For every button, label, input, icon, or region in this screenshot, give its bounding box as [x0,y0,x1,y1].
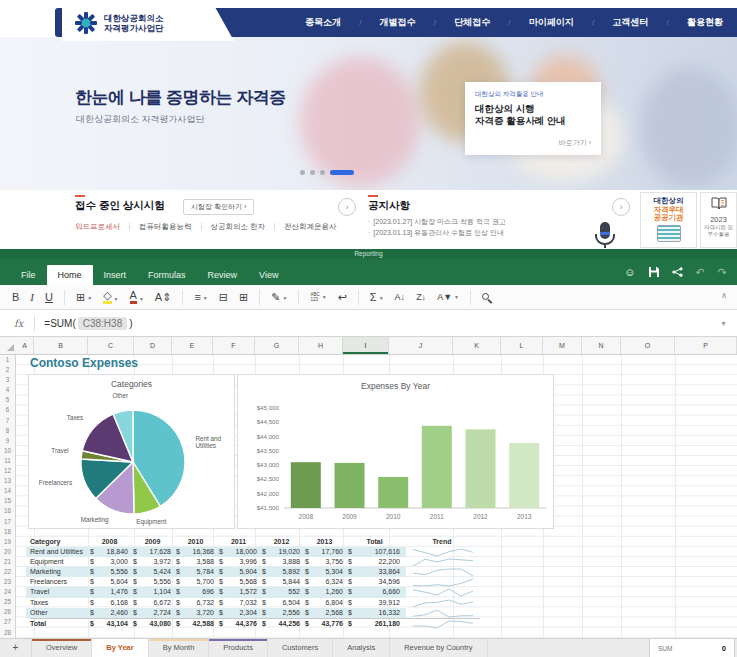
row-header-14[interactable]: 14 [0,486,15,496]
ribbon-tab-home[interactable]: Home [47,265,93,285]
sheet-tab-by-year[interactable]: By Year [92,639,148,657]
ribbon-tab-file[interactable]: File [10,265,47,285]
row-header-27[interactable]: 27 [0,617,15,627]
column-header-N[interactable]: N [582,337,621,354]
undo-icon[interactable]: ↶ [696,267,705,278]
row-header-23[interactable]: 23 [0,577,15,587]
formula-range[interactable]: C38:H38 [78,317,127,330]
row-header-20[interactable]: 20 [0,547,15,557]
site-logo[interactable]: 대한상공회의소 자격평가사업단 [62,4,234,41]
exam-link[interactable]: 워드프로세서 [75,222,120,232]
carousel-dot-active[interactable] [330,170,354,175]
nav-item-3[interactable]: 단체접수 [454,16,490,29]
table-row[interactable]: Equipment$3,000$3,972$3,588$3,996$3,888$… [30,557,480,567]
nav-item-6[interactable]: 활용현황 [687,16,723,29]
nav-item-2[interactable]: 개별접수 [380,16,416,29]
column-header-M[interactable]: M [543,337,582,354]
find-button[interactable] [482,293,489,302]
carousel-dot[interactable] [310,170,315,175]
row-header-9[interactable]: 9 [0,436,15,446]
exam-more-button[interactable]: › [338,198,356,216]
row-header-13[interactable]: 13 [0,476,15,486]
column-header-D[interactable]: D [134,337,172,354]
autosum-button[interactable]: Σ▼ [370,292,384,303]
news-item[interactable]: [2023.01.27] 시험장 마스크 착용 적극 권고 [368,217,506,227]
row-header-11[interactable]: 11 [0,456,15,466]
spreadsheet-grid[interactable]: 1234567891011121314151617181920212223242… [0,355,737,638]
wrap-text-button[interactable]: ↩ [338,292,347,303]
bar-2010[interactable] [378,477,408,508]
nav-item-4[interactable]: 마이페이지 [529,16,574,29]
sort-descending-button[interactable]: Z↓ [416,293,426,302]
underline-button[interactable]: U [45,292,53,303]
carousel-dot[interactable] [300,170,305,175]
ribbon-tab-formulas[interactable]: Formulas [137,265,197,285]
column-header-G[interactable]: G [255,337,299,354]
row-header-7[interactable]: 7 [0,416,15,426]
merge-cells-button[interactable]: ⊟ [219,292,228,303]
table-row[interactable]: Travel$1,476$1,104$696$1,572$552$1,260$6… [30,587,480,597]
table-row[interactable]: Marketing$5,556$5,424$5,784$5,904$5,892$… [30,567,480,577]
row-header-15[interactable]: 15 [0,496,15,506]
number-format-button[interactable]: ABC123▼ [310,292,326,302]
format-as-table-button[interactable]: ⊞ [239,292,248,303]
row-header-24[interactable]: 24 [0,587,15,597]
bar-2011[interactable] [422,426,452,508]
sheet-tab-overview[interactable]: Overview [32,639,92,657]
redo-icon[interactable]: ↷ [718,267,727,278]
formula-input[interactable]: =SUM( C38:H38 ) [44,317,132,330]
column-header-J[interactable]: J [389,337,453,354]
table-row[interactable]: Other$2,460$2,724$3,720$2,304$2,556$2,56… [30,608,480,618]
news-more-button[interactable]: › [612,198,630,216]
font-color-button[interactable]: A▼ [130,290,144,304]
row-header-3[interactable]: 3 [0,375,15,385]
table-row[interactable]: Taxes$6,168$6,672$6,732$7,032$6,504$6,80… [30,598,480,608]
table-row[interactable]: Freelancers$5,604$5,556$5,700$5,568$5,84… [30,577,480,587]
column-header-A[interactable]: A [16,337,34,354]
row-header-18[interactable]: 18 [0,527,15,537]
row-header-25[interactable]: 25 [0,597,15,607]
row-header-19[interactable]: 19 [0,537,15,547]
column-header-C[interactable]: C [88,337,134,354]
save-icon[interactable] [649,267,659,277]
cell-edit-button[interactable]: ✎▼ [271,292,287,303]
nav-item-5[interactable]: 고객센터 [612,16,648,29]
row-header-10[interactable]: 10 [0,446,15,456]
row-header-6[interactable]: 6 [0,405,15,415]
row-header-21[interactable]: 21 [0,557,15,567]
align-button[interactable]: ≡▼ [194,292,207,303]
collapse-ribbon-icon[interactable]: ∧ [721,291,727,300]
row-header-17[interactable]: 17 [0,517,15,527]
borders-button[interactable]: ⊞▼ [76,292,92,303]
promo-card-go-link[interactable]: 바로가기 › [559,138,591,148]
table-total-row[interactable]: Total$43,104$43,080$42,588$44,376$44,256… [30,618,480,628]
row-header-4[interactable]: 4 [0,385,15,395]
column-header-F[interactable]: F [213,337,255,354]
italic-button[interactable]: I [30,292,34,303]
column-header-L[interactable]: L [501,337,543,354]
news-item[interactable]: [2023.01.13] 유통관리사 수험료 인상 안내 [368,228,504,238]
banner-public-agency[interactable]: 대한상의자격우대공공기관 [640,192,697,248]
sort-filter-button[interactable]: A▼▼ [437,293,459,302]
add-sheet-button[interactable]: + [0,639,32,657]
sort-ascending-button[interactable]: A↓ [395,293,406,302]
column-header-O[interactable]: O [621,337,675,354]
ribbon-tab-insert[interactable]: Insert [93,265,138,285]
ribbon-tab-view[interactable]: View [248,265,289,285]
row-header-26[interactable]: 26 [0,607,15,617]
sheet-tab-by-month[interactable]: By Month [149,639,210,657]
exam-link[interactable]: 상공회의소 한자 [211,222,266,232]
column-header-E[interactable]: E [172,337,213,354]
formula-bar-expand-icon[interactable]: ▼ [720,320,727,327]
row-header-2[interactable]: 2 [0,365,15,375]
bar-2012[interactable] [466,429,496,508]
banner-exam-guide[interactable]: 2023 자격시험 및우수활용 [700,192,737,248]
bar-2009[interactable] [335,463,365,508]
table-row[interactable]: Rent and Utilities$18,840$17,628$16,368$… [30,547,480,557]
column-header-I[interactable]: I [343,337,389,354]
row-header-8[interactable]: 8 [0,426,15,436]
feedback-smiley-icon[interactable]: ☺ [624,267,635,278]
fx-icon[interactable]: fx [14,318,23,329]
column-header-H[interactable]: H [299,337,343,354]
sheet-tab-customers[interactable]: Customers [268,639,333,657]
